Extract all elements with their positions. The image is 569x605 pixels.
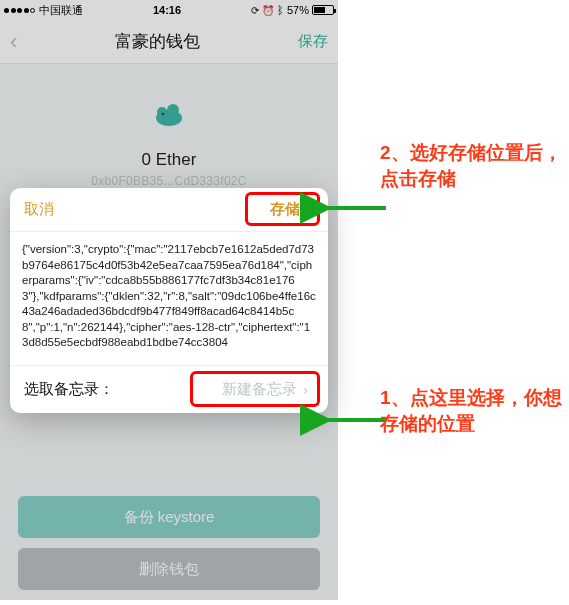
highlight-memo [190, 371, 320, 407]
sync-icon: ⟳ [251, 5, 259, 16]
save-button[interactable]: 保存 [298, 32, 328, 51]
highlight-store [245, 192, 320, 226]
export-modal: 取消 存储 {"version":3,"crypto":{"mac":"2117… [10, 188, 328, 413]
annotation-1: 1、点这里选择，你想存储的位置 [380, 385, 569, 436]
battery-pct: 57% [287, 4, 309, 16]
annotation-2: 2、选好存储位置后，点击存储 [380, 140, 569, 191]
back-icon[interactable]: ‹ [10, 29, 17, 55]
balance-label: 0 Ether [0, 150, 338, 170]
keystore-json-text: {"version":3,"crypto":{"mac":"2117ebcb7e… [10, 232, 328, 366]
bottom-buttons: 备份 keystore 删除钱包 [0, 486, 338, 590]
carrier-label: 中国联通 [39, 3, 83, 18]
status-bar: 中国联通 14:16 ⟳ ⏰ ᛒ 57% [0, 0, 338, 20]
page-title: 富豪的钱包 [115, 30, 200, 53]
wallet-panel: 0 Ether 0xb0F0BB35...CdD333f02C [0, 64, 338, 188]
memo-label: 选取备忘录： [24, 380, 114, 399]
svg-point-2 [167, 104, 179, 116]
svg-point-1 [157, 107, 167, 117]
wallet-avatar-icon [141, 86, 197, 142]
alarm-icon: ⏰ [262, 5, 274, 16]
nav-bar: ‹ 富豪的钱包 保存 [0, 20, 338, 64]
wallet-address: 0xb0F0BB35...CdD333f02C [0, 174, 338, 188]
battery-icon [312, 5, 334, 15]
signal-dots-icon [4, 8, 35, 13]
svg-point-3 [162, 113, 165, 116]
cancel-button[interactable]: 取消 [24, 200, 54, 219]
delete-wallet-button[interactable]: 删除钱包 [18, 548, 320, 590]
backup-keystore-button[interactable]: 备份 keystore [18, 496, 320, 538]
clock: 14:16 [153, 4, 181, 16]
bluetooth-icon: ᛒ [277, 4, 284, 16]
